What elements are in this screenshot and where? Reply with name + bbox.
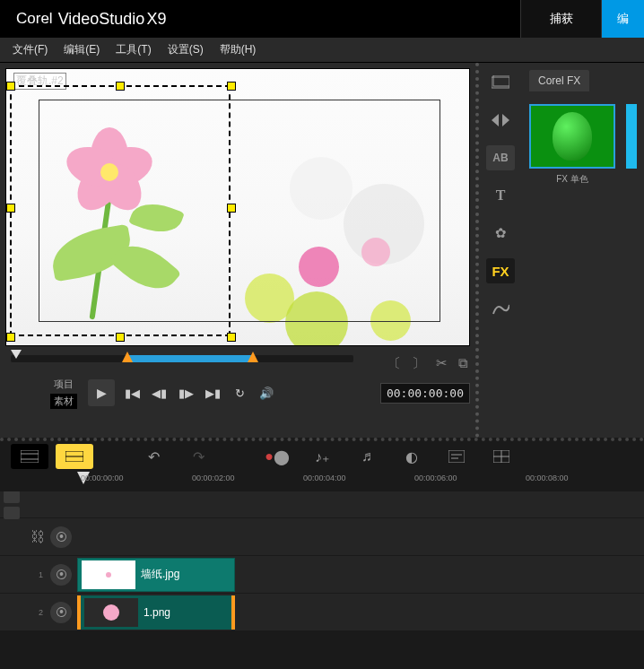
timeline-toolbar: ↶ ↷ ●⬤ ♪₊ ♬ ◐ xyxy=(0,438,644,472)
media-library-icon[interactable] xyxy=(486,70,515,95)
timeline-ruler[interactable]: 00:00:00:00 00:00:02:00 00:00:04:00 00:0… xyxy=(0,472,644,491)
go-start-button[interactable]: ▮◀ xyxy=(122,383,142,403)
clip-filename: 1.png xyxy=(144,606,170,619)
ruler-tick: 00:00:08:00 xyxy=(526,474,569,482)
resize-handle-w[interactable] xyxy=(6,204,15,213)
video-track-icon[interactable]: ⦿ xyxy=(50,526,72,548)
trim-out-handle[interactable] xyxy=(248,352,258,362)
title-bar: Corel VideoStudio X9 捕获 编 xyxy=(0,0,644,38)
tab-capture[interactable]: 捕获 xyxy=(520,0,601,38)
timecode-display[interactable]: 00:00:00:00 xyxy=(380,383,470,404)
menu-bar: 文件(F) 编辑(E) 工具(T) 设置(S) 帮助(H) xyxy=(0,38,644,63)
audio-mixer-button[interactable]: ♪₊ xyxy=(303,444,341,469)
logo-version: X9 xyxy=(146,10,166,29)
resize-handle-nw[interactable] xyxy=(6,82,15,91)
resize-handle-sw[interactable] xyxy=(6,333,15,342)
mark-out-button[interactable]: 〕 xyxy=(412,355,425,372)
overlay-track-2-row[interactable]: 2 ⦿ 1.png xyxy=(0,594,644,631)
timeline-view-button[interactable] xyxy=(56,444,93,469)
play-button[interactable]: ▶ xyxy=(88,379,115,406)
library-tab-corelfx[interactable]: Corel FX xyxy=(529,70,589,91)
multicam-button[interactable] xyxy=(483,444,520,469)
logo-brand: Corel xyxy=(16,10,53,28)
go-end-button[interactable]: ▶▮ xyxy=(203,383,222,403)
clip-png[interactable]: 1.png xyxy=(77,595,235,630)
overlay-track-label: 覆叠轨.#2 xyxy=(13,73,66,90)
clip-wallpaper[interactable]: 墙纸.jpg xyxy=(77,558,235,592)
resize-handle-e[interactable] xyxy=(227,204,236,213)
auto-music-button[interactable]: ♬ xyxy=(348,444,386,469)
clip-thumbnail xyxy=(82,560,135,589)
tab-edit[interactable]: 编 xyxy=(601,0,644,38)
path-icon[interactable] xyxy=(486,296,515,321)
resize-handle-n[interactable] xyxy=(116,82,125,91)
logo-product: VideoStudio xyxy=(58,10,145,29)
library-pane: AB T ✿ FX Corel FX FX 单色 xyxy=(475,63,644,438)
next-frame-button[interactable]: ▮▶ xyxy=(176,383,196,403)
menu-file[interactable]: 文件(F) xyxy=(13,42,48,57)
clip-filename: 墙纸.jpg xyxy=(141,567,179,582)
snapshot-button[interactable]: ⧉ xyxy=(458,355,468,372)
fx-item-label: FX 单色 xyxy=(529,173,615,186)
volume-button[interactable]: 🔊 xyxy=(257,383,276,403)
subtitle-button[interactable] xyxy=(438,444,475,469)
record-button[interactable]: ●⬤ xyxy=(258,444,296,469)
redo-button[interactable]: ↷ xyxy=(179,444,217,469)
menu-settings[interactable]: 设置(S) xyxy=(168,42,204,57)
trim-range[interactable] xyxy=(127,355,253,362)
svg-rect-7 xyxy=(448,450,465,463)
track-toggle-icon[interactable] xyxy=(4,491,20,503)
balloon-icon xyxy=(553,112,592,161)
mode-project[interactable]: 项目 xyxy=(50,377,77,392)
track-number: 1 xyxy=(39,570,43,579)
prev-frame-button[interactable]: ◀▮ xyxy=(149,383,169,403)
preview-pane: 覆叠轨.#2 〔 〕 ✂ xyxy=(0,63,475,438)
resize-handle-ne[interactable] xyxy=(227,82,236,91)
mode-clip[interactable]: 素材 xyxy=(50,394,77,409)
timeline-tracks: ⛓ ⦿ 1 ⦿ 墙纸.jpg 2 ⦿ 1.png xyxy=(0,491,644,631)
fx-filter-icon[interactable]: FX xyxy=(486,258,515,283)
svg-rect-2 xyxy=(21,450,39,463)
ruler-tick: 00:00:02:00 xyxy=(192,474,235,482)
menu-help[interactable]: 帮助(H) xyxy=(220,42,257,57)
text-icon[interactable]: T xyxy=(486,183,515,208)
transition-icon[interactable] xyxy=(486,108,515,133)
overlay-track-icon[interactable]: ⦿ xyxy=(50,564,72,586)
undo-button[interactable]: ↶ xyxy=(135,444,172,469)
video-track-row[interactable]: ⛓ ⦿ xyxy=(0,518,644,556)
trim-in-handle[interactable] xyxy=(122,352,133,362)
track-toggle-icon[interactable] xyxy=(4,507,20,519)
overlay-track-1-row[interactable]: 1 ⦿ 墙纸.jpg xyxy=(0,556,644,594)
resize-handle-se[interactable] xyxy=(227,333,236,342)
ruler-tick: 00:00:04:00 xyxy=(303,474,346,482)
preview-mode-toggle[interactable]: 项目 素材 xyxy=(50,377,77,409)
resize-handle-s[interactable] xyxy=(116,333,125,342)
ruler-tick: 00:00:00:00 xyxy=(81,474,124,482)
mark-in-button[interactable]: 〔 xyxy=(387,355,401,372)
graphics-icon[interactable]: ✿ xyxy=(486,221,515,246)
menu-tools[interactable]: 工具(T) xyxy=(116,42,151,57)
clip-thumbnail xyxy=(84,598,138,627)
menu-edit[interactable]: 编辑(E) xyxy=(64,42,100,57)
overlay-track-icon[interactable]: ⦿ xyxy=(50,602,72,623)
library-category-bar: AB T ✿ FX xyxy=(479,63,522,438)
fx-item-monochrome[interactable]: FX 单色 xyxy=(529,104,615,186)
safe-zone-frame xyxy=(39,100,440,322)
fx-item-partial[interactable] xyxy=(626,104,637,169)
seek-bar[interactable] xyxy=(11,355,353,362)
title-ab-icon[interactable]: AB xyxy=(486,145,515,170)
mask-button[interactable]: ◐ xyxy=(393,444,431,469)
seek-playhead[interactable] xyxy=(11,350,22,359)
track-header-row xyxy=(0,491,644,518)
track-link-icon[interactable]: ⛓ xyxy=(30,529,45,545)
preview-canvas[interactable]: 覆叠轨.#2 xyxy=(5,68,470,346)
repeat-button[interactable]: ↻ xyxy=(230,383,249,403)
ruler-tick: 00:00:06:00 xyxy=(414,474,457,482)
storyboard-view-button[interactable] xyxy=(11,444,48,469)
cut-button[interactable]: ✂ xyxy=(436,355,448,372)
track-number: 2 xyxy=(39,608,43,617)
